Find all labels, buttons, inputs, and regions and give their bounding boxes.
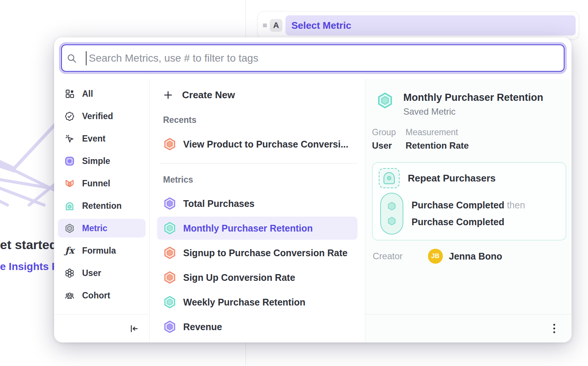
sidebar-item-label: User	[82, 268, 101, 278]
teal-hexagon-icon	[387, 201, 397, 211]
more-options-icon[interactable]	[551, 322, 557, 335]
sidebar-item-retention[interactable]: Retention	[58, 196, 146, 215]
plus-icon	[163, 90, 173, 100]
simple-metric-icon	[65, 156, 75, 166]
create-new-label: Create New	[182, 89, 235, 101]
metric-item-label: Total Purchases	[183, 198, 254, 209]
metric-item-signup-to-purchase-conversion-rate[interactable]: Signup to Purchase Conversion Rate	[157, 241, 357, 264]
metric-item-sign-up-conversion-rate[interactable]: Sign Up Conversion Rate	[157, 266, 357, 289]
sidebar-item-user[interactable]: User	[58, 264, 146, 282]
search-box	[61, 44, 564, 72]
cohort-icon	[65, 291, 75, 301]
sidebar-item-verified[interactable]: Verified	[58, 107, 146, 125]
coral-hexagon-icon	[163, 246, 176, 260]
coral-hexagon-icon	[163, 271, 176, 284]
cohort-retention-icon	[379, 168, 400, 188]
series-letter-badge: A	[270, 19, 282, 32]
metric-picker-modal: All Verified	[54, 37, 572, 342]
sidebar-item-all[interactable]: All	[58, 84, 146, 103]
metric-hexagon-icon	[65, 223, 75, 233]
search-input[interactable]	[89, 52, 558, 64]
sidebar-item-label: Verified	[82, 111, 113, 121]
metric-item-total-purchases[interactable]: Total Purchases	[157, 192, 357, 215]
metric-item-label: Revenue	[183, 322, 222, 332]
sidebar-footer	[54, 314, 149, 342]
filter-list: All Verified	[54, 79, 149, 314]
get-started-text: et started.	[0, 238, 61, 252]
sidebar-item-formula[interactable]: ƒx Formula	[58, 241, 146, 260]
funnel-icon	[65, 179, 75, 189]
details-meta: Group User Measurement Retention Rate	[372, 127, 566, 151]
measurement-label: Measurement	[406, 127, 469, 137]
create-new-button[interactable]: Create New	[163, 87, 357, 103]
cohort-card-title: Repeat Purchasers	[408, 173, 496, 184]
recent-item-view-product-to-purchase-conversion[interactable]: View Product to Purchase Conversi...	[157, 133, 357, 156]
measurement-value: Retention Rate	[406, 140, 469, 151]
select-metric-button[interactable]: Select Metric	[285, 15, 576, 35]
coral-hexagon-icon	[163, 137, 176, 151]
metric-item-monthly-purchaser-retention[interactable]: Monthly Purchaser Retention	[157, 217, 357, 240]
sidebar-item-label: Funnel	[82, 179, 110, 189]
event-sequence-capsule	[380, 193, 403, 235]
verified-badge-icon	[65, 111, 75, 121]
sidebar-item-label: Cohort	[82, 291, 110, 301]
metric-item-label: Signup to Purchase Conversion Rate	[183, 248, 347, 258]
recents-section-header: Recents	[163, 115, 357, 125]
results-list: Create New Recents View Product to Purch…	[150, 79, 365, 342]
details-title: Monthly Purchaser Retention	[403, 92, 543, 103]
grid-icon	[65, 89, 75, 99]
step-connector: then	[507, 200, 525, 210]
sidebar-item-event[interactable]: Event	[58, 129, 146, 148]
screen: et started. e Insights Re A Select Metri…	[0, 0, 588, 366]
empty-state-doodle	[0, 121, 57, 210]
sidebar-item-funnel[interactable]: Funnel	[58, 174, 146, 193]
group-value: User	[372, 140, 406, 151]
creator-row: Creator JB Jenna Bono	[372, 249, 566, 264]
metric-item-label: Sign Up Conversion Rate	[183, 272, 295, 283]
group-label: Group	[372, 127, 406, 137]
text-caret	[86, 51, 87, 65]
modal-body: All Verified	[54, 79, 572, 342]
purple-hexagon-icon	[163, 320, 176, 334]
sidebar-item-label: Event	[82, 134, 106, 144]
retention-icon	[65, 201, 75, 211]
sidebar-item-label: Retention	[82, 201, 122, 211]
select-metric-label: Select Metric	[291, 20, 351, 31]
collapse-sidebar-icon[interactable]	[129, 324, 139, 334]
details-header: Monthly Purchaser Retention Saved Metric	[372, 92, 566, 117]
metric-row: A Select Metric	[257, 11, 579, 40]
purple-hexagon-icon	[163, 197, 176, 210]
teal-hexagon-icon	[163, 221, 176, 235]
recent-item-label: View Product to Purchase Conversi...	[183, 139, 348, 150]
teal-hexagon-icon	[376, 92, 394, 109]
sidebar-item-cohort[interactable]: Cohort	[58, 286, 146, 305]
sidebar-item-label: All	[82, 89, 93, 99]
list-divider	[160, 163, 357, 164]
filter-sidebar: All Verified	[54, 79, 150, 342]
step-2-event: Purchase Completed	[412, 217, 525, 227]
metric-details-content: Monthly Purchaser Retention Saved Metric…	[365, 79, 572, 314]
search-focus-ring	[59, 42, 567, 74]
teal-hexagon-icon	[163, 295, 176, 309]
sidebar-item-simple[interactable]: Simple	[58, 152, 146, 170]
drag-handle-icon[interactable]	[261, 22, 269, 28]
metric-details-panel: Monthly Purchaser Retention Saved Metric…	[365, 79, 572, 342]
details-type: Saved Metric	[403, 106, 543, 117]
event-cursor-icon	[65, 134, 75, 144]
metric-item-weekly-purchase-retention[interactable]: Weekly Purchase Retention	[157, 291, 357, 314]
sidebar-item-label: Metric	[82, 223, 107, 233]
creator-name: Jenna Bono	[449, 251, 502, 262]
details-footer	[365, 314, 572, 342]
sidebar-item-metric[interactable]: Metric	[58, 219, 146, 238]
cohort-definition-card: Repeat Purchasers	[372, 162, 566, 241]
creator-avatar: JB	[428, 249, 443, 264]
sidebar-item-label: Simple	[82, 156, 110, 166]
user-icon	[65, 268, 75, 278]
step-1-event: Purchase Completed	[412, 200, 504, 210]
creator-label: Creator	[373, 251, 428, 261]
metric-item-label: Monthly Purchaser Retention	[183, 223, 313, 234]
metric-item-revenue[interactable]: Revenue	[157, 315, 357, 338]
metric-item-label: Weekly Purchase Retention	[183, 297, 305, 308]
formula-icon: ƒx	[65, 246, 75, 256]
sidebar-item-label: Formula	[82, 246, 116, 256]
